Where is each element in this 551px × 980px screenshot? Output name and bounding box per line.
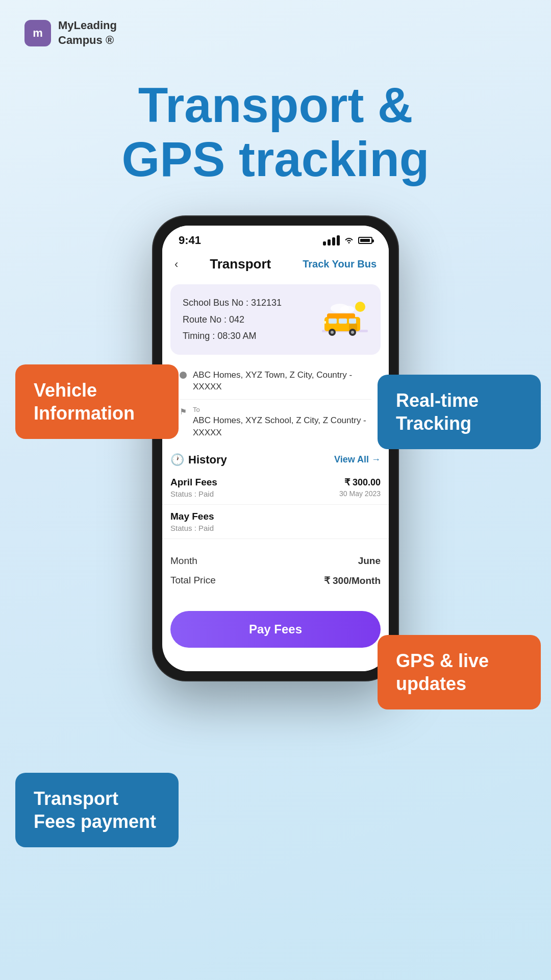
- history-title: 🕐 History: [170, 453, 227, 467]
- summary-section: Month June Total Price ₹ 300/Month: [170, 546, 381, 596]
- signal-bars-icon: [323, 235, 340, 246]
- bus-info-card: School Bus No : 312131 Route No : 042 Ti…: [170, 284, 381, 354]
- svg-point-2: [340, 306, 355, 313]
- clock-icon: 🕐: [170, 453, 184, 467]
- svg-rect-14: [323, 321, 326, 324]
- hero-title: Transport & GPS tracking: [0, 78, 551, 186]
- svg-point-0: [355, 302, 365, 312]
- from-address: ABC Homes, XYZ Town, Z City, Country - X…: [193, 369, 371, 394]
- to-flag-icon: ⚑: [180, 407, 187, 416]
- may-fees-label: May Fees: [170, 511, 214, 522]
- svg-point-13: [351, 331, 354, 334]
- status-icons: [323, 235, 372, 246]
- route-to: ⚑ To ABC Homes, XYZ School, Z City, Z Co…: [180, 400, 371, 439]
- svg-rect-5: [327, 313, 355, 318]
- realtime-tracking-bubble: Real-time Tracking: [378, 375, 541, 449]
- route-number: Route No : 042: [183, 311, 282, 328]
- phone-section: Vehicle Information Real-time Tracking G…: [0, 216, 551, 680]
- month-value: June: [358, 555, 381, 567]
- gps-updates-bubble: GPS & live updates: [378, 635, 541, 709]
- month-row: Month June: [170, 551, 381, 571]
- bus-number: School Bus No : 312131: [183, 295, 282, 311]
- total-price-value: ₹ 300/Month: [324, 575, 381, 586]
- phone-screen: 9:41 ‹: [162, 226, 389, 671]
- transport-header: ‹ Transport Track Your Bus: [162, 251, 389, 279]
- april-fees-amount: ₹ 300.00: [339, 477, 381, 488]
- bus-timing: Timing : 08:30 AM: [183, 328, 282, 344]
- status-time: 9:41: [179, 234, 201, 247]
- may-fees-status: Status : Paid: [170, 524, 214, 532]
- bus-illustration: [319, 299, 370, 340]
- phone-mockup: 9:41 ‹: [153, 216, 398, 680]
- svg-point-11: [331, 331, 334, 334]
- april-fees-status: Status : Paid: [170, 489, 217, 498]
- svg-rect-6: [329, 318, 337, 324]
- bus-info-text: School Bus No : 312131 Route No : 042 Ti…: [183, 295, 282, 344]
- route-section: ABC Homes, XYZ Town, Z City, Country - X…: [170, 362, 381, 446]
- svg-rect-7: [339, 318, 347, 324]
- month-label: Month: [170, 555, 197, 567]
- wifi-icon: [344, 235, 354, 246]
- pay-fees-button[interactable]: Pay Fees: [170, 611, 381, 648]
- battery-icon: [358, 237, 372, 244]
- history-item-may: May Fees Status : Paid: [162, 505, 389, 539]
- route-from: ABC Homes, XYZ Town, Z City, Country - X…: [180, 369, 371, 400]
- from-dot-icon: [180, 372, 187, 379]
- back-button[interactable]: ‹: [174, 258, 178, 271]
- april-fees-label: April Fees: [170, 477, 217, 488]
- history-section-header: 🕐 History View All →: [170, 453, 381, 467]
- history-item-april: April Fees Status : Paid ₹ 300.00 30 May…: [162, 471, 389, 505]
- app-header: m MyLeading Campus ®: [0, 0, 551, 47]
- fees-payment-bubble: Transport Fees payment: [15, 773, 179, 847]
- to-address: ABC Homes, XYZ School, Z City, Z Country…: [193, 414, 371, 439]
- svg-rect-8: [349, 318, 356, 324]
- price-row: Total Price ₹ 300/Month: [170, 571, 381, 591]
- view-all-button[interactable]: View All →: [334, 454, 381, 465]
- vehicle-info-bubble: Vehicle Information: [15, 364, 179, 439]
- april-fees-date: 30 May 2023: [339, 489, 381, 498]
- to-label: To: [193, 406, 371, 413]
- status-bar: 9:41: [162, 226, 389, 251]
- logo-text: MyLeading Campus ®: [58, 18, 117, 47]
- total-price-label: Total Price: [170, 575, 216, 586]
- track-your-bus-button[interactable]: Track Your Bus: [303, 258, 377, 270]
- screen-title: Transport: [210, 256, 271, 272]
- logo-icon: m: [24, 20, 51, 46]
